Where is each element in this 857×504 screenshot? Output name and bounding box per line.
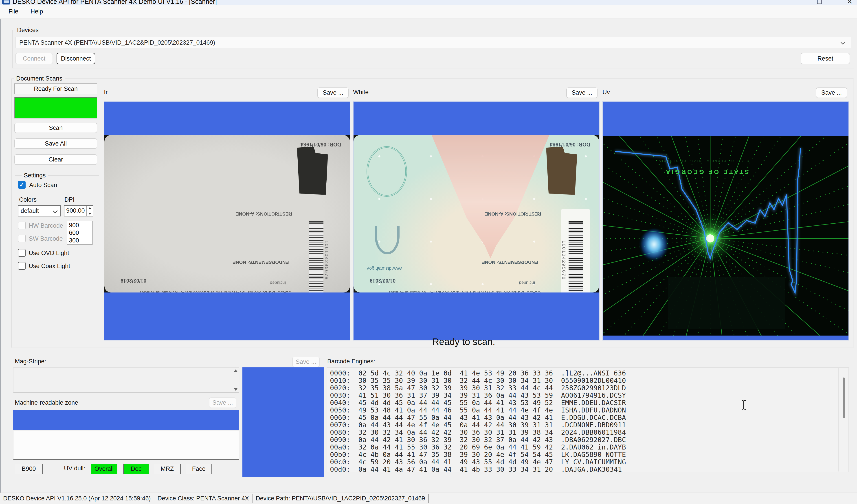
mrz-button[interactable]: MRZ <box>154 464 181 474</box>
uv-state-text: STATE OF GEORGIA <box>664 169 749 175</box>
card-class: CLASS: D ≤ 26,000 lbs. GVWR and Trailer … <box>389 290 541 293</box>
window-title: DESKO Device API for PENTA Scanner 4X De… <box>13 0 217 5</box>
status-device-path: Device Path: PENTA\USB\VID_1AC2PID_0205\… <box>256 495 425 502</box>
auto-scan-label: Auto Scan <box>29 181 57 189</box>
dpi-listbox[interactable]: 900600300 <box>67 221 93 245</box>
barcode-image-panel <box>242 367 324 477</box>
mrz-field[interactable] <box>13 410 239 430</box>
scan-button[interactable]: Scan <box>14 123 97 133</box>
use-ovd-light-checkbox[interactable] <box>18 249 26 257</box>
scan-status-box: Ready For Scan <box>14 84 97 94</box>
card-restrictions: RESTRICTIONS: A-NONE <box>485 211 541 217</box>
scan-status-indicator <box>14 97 97 118</box>
uv-save-button[interactable]: Save ... <box>816 87 847 98</box>
colors-label: Colors <box>19 196 37 203</box>
doc-button[interactable]: Doc <box>123 464 149 474</box>
ir-save-button[interactable]: Save ... <box>317 87 349 98</box>
connect-button[interactable]: Connect <box>15 53 53 64</box>
card-state-shape <box>297 147 328 195</box>
card-dob: DOB: 06/01/1984 <box>550 141 590 147</box>
barcode-hex-dump[interactable]: 0000: 02 5d 4c 32 40 0a 1e 0d 41 4e 53 4… <box>326 367 849 472</box>
title-bar: DESKO Device API for PENTA Scanner 4X De… <box>0 0 857 5</box>
face-button[interactable]: Face <box>186 464 212 474</box>
hex-row: 0050: 49 53 48 41 0a 44 44 46 55 0a 44 4… <box>330 406 626 414</box>
reset-button[interactable]: Reset <box>801 53 850 64</box>
card-seal <box>367 146 407 197</box>
devices-group-label: Devices <box>15 26 41 34</box>
card-1d-barcode <box>569 221 583 293</box>
svg-text:STATE OF GEORGIA · STATE OF GE: STATE OF GEORGIA · STATE OF GEORGIA <box>658 159 749 162</box>
card-state-shape <box>546 147 577 195</box>
dpi-option[interactable]: 600 <box>67 229 92 237</box>
chevron-down-icon <box>840 40 845 45</box>
maximize-button[interactable]: □ <box>817 0 822 5</box>
card-restrictions: RESTRICTIONS: A-NONE <box>236 211 292 217</box>
mrz-textbox[interactable] <box>13 431 239 460</box>
auto-scan-checkbox[interactable]: ✓ <box>18 181 26 189</box>
barcode-save-button[interactable]: Save ... <box>292 357 320 367</box>
hex-row: 00b0: 4c 4b 0a 44 41 47 35 38 39 30 20 4… <box>330 451 626 458</box>
disconnect-button[interactable]: Disconnect <box>56 53 95 64</box>
card-dob: DOB: 06/01/1984 <box>301 141 341 147</box>
menu-file[interactable]: File <box>9 5 18 18</box>
overall-button[interactable]: Overall <box>91 464 117 474</box>
hex-row: 0010: 30 35 35 30 39 30 31 30 32 44 4c 3… <box>330 377 626 384</box>
colors-combo-value: default <box>21 207 39 214</box>
use-ovd-light-label: Use OVD Light <box>29 249 69 257</box>
uv-dull-label: UV dull: <box>64 465 85 472</box>
dpi-option[interactable]: 900 <box>67 221 92 229</box>
ir-panel-label: Ir <box>104 89 108 96</box>
card-issue-date: 01/02/2019 <box>370 277 396 283</box>
scroll-up-icon[interactable] <box>234 369 238 372</box>
colors-combo[interactable]: default <box>18 205 61 216</box>
scan-status-text: Ready For Scan <box>34 85 78 92</box>
menu-help[interactable]: Help <box>31 5 43 18</box>
ibeam-cursor <box>741 400 746 410</box>
status-device-class: Device Class: PENTA Scanner 4X <box>157 495 249 502</box>
white-card: DOB: 06/01/1984 RESTRICTIONS: A-NONE END… <box>354 135 599 293</box>
use-coax-light-label: Use Coax Light <box>29 262 70 270</box>
card-included: Included <box>519 280 535 285</box>
card-endorsements: ENDORSEMENTS: NONE <box>233 260 289 265</box>
uv-panel-label: Uv <box>603 89 610 96</box>
dpi-spinner[interactable]: 900.00 <box>64 205 93 216</box>
use-coax-light-checkbox[interactable] <box>18 262 26 270</box>
barcode-engines-label: Barcode Engines: <box>327 358 375 365</box>
card-1d-barcode <box>309 221 323 293</box>
save-all-button[interactable]: Save All <box>14 138 97 149</box>
dpi-option[interactable]: 300 <box>67 237 92 244</box>
hex-row: 0080: 32 30 32 34 0a 44 42 42 30 36 30 3… <box>330 429 626 436</box>
chevron-down-icon <box>53 208 58 213</box>
white-save-button[interactable]: Save ... <box>566 87 598 98</box>
card-issue-date: 01/02/2019 <box>120 277 146 283</box>
hex-scrollbar-thumb[interactable] <box>843 378 845 418</box>
b900-button[interactable]: B900 <box>15 464 43 474</box>
sw-barcode-checkbox[interactable] <box>18 234 26 242</box>
status-separator <box>252 494 253 503</box>
device-combo-value: PENTA Scanner 4X (PENTA\USB\VID_1AC2&PID… <box>19 39 215 46</box>
uv-image: STATE OF GEORGIA STATE OF GEORGIA · STAT… <box>603 136 848 335</box>
uv-image-panel: STATE OF GEORGIA STATE OF GEORGIA · STAT… <box>603 101 849 341</box>
mrz-save-button[interactable]: Save ... <box>209 398 236 408</box>
hex-row: 00c0: 4c 59 20 43 56 0a 44 41 49 43 55 4… <box>330 458 626 466</box>
clear-button[interactable]: Clear <box>14 154 97 165</box>
device-combo[interactable]: PENTA Scanner 4X (PENTA\USB\VID_1AC2&PID… <box>16 37 851 48</box>
mag-stripe-textbox[interactable] <box>13 367 239 393</box>
card-serial: 100104295678 <box>561 241 567 280</box>
app-icon <box>2 0 10 4</box>
scroll-down-icon[interactable] <box>234 388 238 391</box>
card-endorsements: ENDORSEMENTS: NONE <box>482 260 538 265</box>
white-panel-label: White <box>353 89 369 96</box>
menu-bar: File Help <box>0 5 857 18</box>
hex-row: 00d0: 0a 44 41 4a 47 41 0a 44 41 4b 33 3… <box>330 466 626 472</box>
hw-barcode-checkbox[interactable] <box>18 222 26 229</box>
hex-row: 0030: 41 51 30 36 31 37 39 34 39 31 36 0… <box>330 392 626 399</box>
dpi-spin-buttons[interactable] <box>86 206 93 216</box>
white-image-panel: DOB: 06/01/1984 RESTRICTIONS: A-NONE END… <box>353 101 600 341</box>
status-bar: DESKO Device API V1.16.25.0 (Apr 12 2024… <box>0 492 857 504</box>
close-button[interactable]: ✕ <box>847 0 853 5</box>
card-website: www.dts.utah.gov <box>367 266 402 271</box>
card-included: Included <box>270 280 286 285</box>
devices-group: Devices PENTA Scanner 4X (PENTA\USB\VID_… <box>12 30 854 68</box>
status-api-version: DESKO Device API V1.16.25.0 (Apr 12 2024… <box>3 495 151 502</box>
